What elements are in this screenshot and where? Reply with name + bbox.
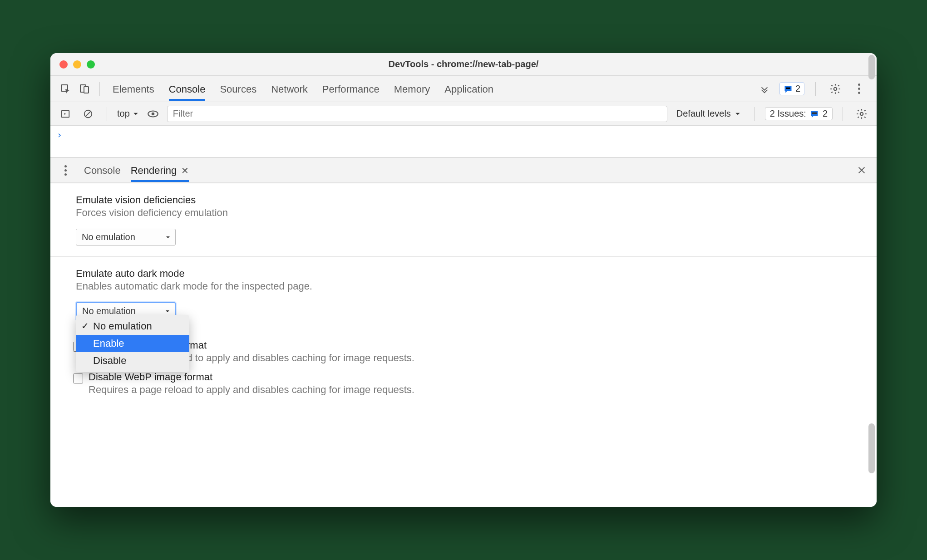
drawer-tab-console[interactable]: Console: [84, 158, 121, 182]
titlebar: DevTools - chrome://new-tab-page/: [50, 53, 877, 76]
tab-network[interactable]: Network: [271, 77, 308, 101]
devtools-window: DevTools - chrome://new-tab-page/ Elemen…: [50, 53, 877, 507]
svg-line-7: [86, 111, 91, 116]
tab-performance[interactable]: Performance: [322, 77, 380, 101]
vision-deficiency-select[interactable]: No emulation: [76, 229, 176, 246]
console-toolbar: top Default levels 2 Issues: 2: [50, 102, 877, 126]
inspect-element-icon[interactable]: [57, 80, 74, 98]
drawer-more-icon[interactable]: [57, 162, 74, 179]
option-no-emulation[interactable]: No emulation: [76, 318, 189, 335]
console-input-area[interactable]: ›: [50, 126, 877, 157]
toggle-device-toolbar-icon[interactable]: [76, 80, 93, 98]
main-tab-right-controls: 2: [756, 80, 868, 98]
divider: [815, 82, 816, 96]
select-value: No emulation: [82, 232, 135, 242]
tab-console[interactable]: Console: [169, 77, 206, 101]
message-icon: [784, 84, 793, 93]
settings-icon[interactable]: [827, 80, 844, 98]
more-tabs-icon[interactable]: [756, 80, 773, 98]
option-enable[interactable]: Enable: [76, 335, 189, 352]
checkbox-title: Disable WebP image format: [89, 371, 414, 383]
svg-point-9: [152, 112, 155, 115]
main-tabs: Elements Console Sources Network Perform…: [113, 77, 754, 101]
disable-webp-row: Disable WebP image format Requires a pag…: [64, 371, 851, 396]
main-tab-bar: Elements Console Sources Network Perform…: [50, 76, 877, 102]
tab-sources[interactable]: Sources: [220, 77, 256, 101]
auto-dark-mode-dropdown[interactable]: No emulation Enable Disable: [76, 315, 189, 372]
svg-rect-10: [813, 113, 816, 113]
tab-elements[interactable]: Elements: [113, 77, 154, 101]
disable-webp-checkbox[interactable]: [73, 373, 83, 383]
caret-down-icon: [165, 232, 171, 242]
section-title: Emulate vision deficiencies: [76, 194, 851, 206]
console-prompt: ›: [57, 129, 62, 140]
messages-count: 2: [795, 84, 800, 94]
traffic-lights: [50, 60, 95, 69]
caret-down-icon: [133, 111, 139, 117]
console-settings-icon[interactable]: [853, 105, 870, 123]
messages-badge[interactable]: 2: [779, 82, 804, 95]
issues-badge[interactable]: 2 Issues: 2: [765, 107, 833, 120]
message-icon: [810, 109, 819, 118]
context-value: top: [117, 108, 130, 119]
svg-point-4: [834, 87, 837, 90]
divider: [107, 107, 107, 121]
divider: [754, 107, 755, 121]
drawer-tab-rendering[interactable]: Rendering ✕: [131, 158, 189, 182]
toggle-sidebar-icon[interactable]: [57, 105, 74, 123]
divider: [99, 82, 100, 96]
section-vision-deficiencies: Emulate vision deficiencies Forces visio…: [50, 183, 877, 257]
tab-memory[interactable]: Memory: [394, 77, 430, 101]
svg-point-11: [860, 112, 863, 115]
section-title: Emulate auto dark mode: [76, 268, 851, 280]
rendering-panel: Emulate vision deficiencies Forces visio…: [50, 183, 877, 507]
issues-label: 2 Issues:: [770, 108, 806, 119]
levels-value: Default levels: [676, 108, 731, 119]
close-tab-icon[interactable]: ✕: [181, 165, 189, 176]
svg-rect-3: [786, 88, 790, 88]
filter-input[interactable]: [167, 106, 667, 122]
section-auto-dark-mode: Emulate auto dark mode Enables automatic…: [50, 257, 877, 331]
log-levels-select[interactable]: Default levels: [673, 108, 745, 119]
tab-application[interactable]: Application: [444, 77, 493, 101]
more-options-icon[interactable]: [850, 80, 868, 98]
close-window-button[interactable]: [59, 60, 68, 69]
window-title: DevTools - chrome://new-tab-page/: [50, 59, 877, 69]
section-desc: Forces vision deficiency emulation: [76, 207, 851, 219]
svg-rect-2: [84, 87, 89, 93]
context-select[interactable]: top: [117, 108, 139, 119]
scrollbar[interactable]: [868, 423, 875, 473]
zoom-window-button[interactable]: [87, 60, 95, 69]
scrollbar[interactable]: [868, 55, 875, 79]
section-desc: Enables automatic dark mode for the insp…: [76, 280, 851, 292]
minimize-window-button[interactable]: [73, 60, 81, 69]
caret-down-icon: [735, 111, 741, 117]
clear-console-icon[interactable]: [79, 105, 97, 123]
issues-count: 2: [823, 108, 828, 119]
close-drawer-icon[interactable]: [853, 162, 870, 179]
option-disable[interactable]: Disable: [76, 352, 189, 369]
live-expression-icon[interactable]: [144, 105, 162, 123]
checkbox-desc: Requires a page reload to apply and disa…: [89, 384, 414, 396]
drawer-tab-bar: Console Rendering ✕: [50, 157, 877, 183]
divider: [843, 107, 843, 121]
